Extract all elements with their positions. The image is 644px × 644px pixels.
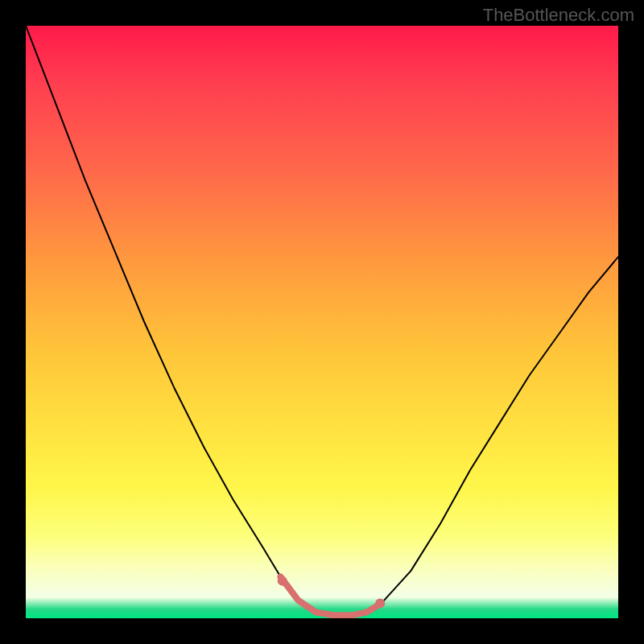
chart-plot-area	[26, 26, 618, 618]
bottleneck-curve-path	[26, 26, 618, 615]
fit-region-path	[280, 576, 381, 615]
watermark-text: TheBottleneck.com	[483, 5, 634, 26]
fit-endpoint-left-dot	[278, 576, 287, 586]
chart-svg	[26, 26, 618, 618]
fit-endpoint-right-dot	[375, 599, 385, 609]
